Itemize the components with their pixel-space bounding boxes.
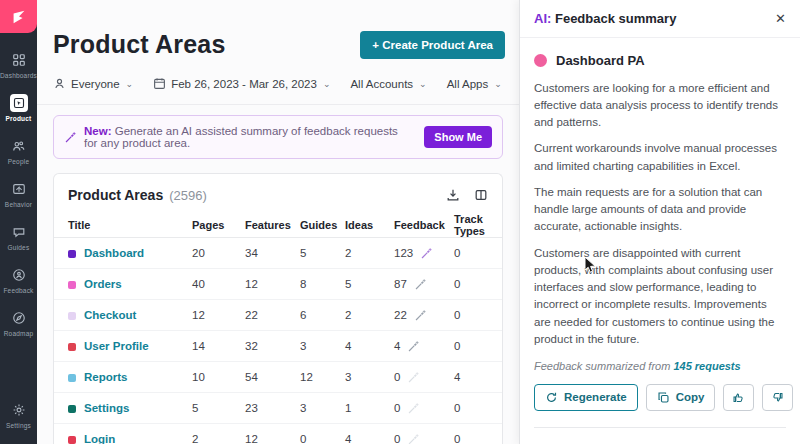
product-area-link[interactable]: Dashboard <box>68 247 192 259</box>
feedback-cell: 0 <box>394 402 454 415</box>
table-row[interactable]: Reports 10 54 12 3 0 4 <box>54 362 502 393</box>
product-area-link[interactable]: Settings <box>68 402 192 414</box>
download-icon[interactable] <box>446 188 460 202</box>
apps-filter[interactable]: All Apps⌄ <box>447 78 502 90</box>
copy-button[interactable]: Copy <box>646 384 716 411</box>
panel-body: Dashboard PA Customers are looking for a… <box>520 38 800 444</box>
sidebar: Dashboards Product People Behavior Guide… <box>0 0 37 444</box>
chevron-down-icon: ⌄ <box>126 79 134 89</box>
create-product-area-button[interactable]: + Create Product Area <box>360 31 505 59</box>
sidebar-item-dashboards[interactable]: Dashboards <box>0 45 37 86</box>
ai-summary-wand-icon[interactable] <box>407 433 420 444</box>
column-header-guides[interactable]: Guides <box>300 219 345 231</box>
sidebar-item-settings[interactable]: Settings <box>0 395 37 436</box>
column-header-feedback[interactable]: Feedback <box>394 219 454 231</box>
column-header-ideas[interactable]: Ideas <box>345 219 394 231</box>
feedback-cell: 123 <box>394 247 454 260</box>
ai-summary-wand-icon[interactable] <box>414 309 427 322</box>
filter-bar: Everyone⌄ Feb 26, 2023 - Mar 26, 2023⌄ A… <box>37 73 519 105</box>
product-area-link[interactable]: User Profile <box>68 340 192 352</box>
sidebar-item-label: Dashboards <box>0 72 37 79</box>
copy-icon <box>657 391 670 404</box>
magic-wand-icon <box>64 131 77 144</box>
table-row[interactable]: Settings 5 23 3 1 0 0 <box>54 393 502 424</box>
product-area-link[interactable]: Reports <box>68 371 192 383</box>
product-area-color-chip <box>68 343 76 351</box>
ai-summary-wand-icon[interactable] <box>414 278 427 291</box>
calendar-icon <box>153 77 166 90</box>
thumbs-down-button[interactable] <box>762 384 793 411</box>
sidebar-item-label: People <box>8 158 29 165</box>
table-row[interactable]: Login 2 12 0 4 0 0 <box>54 424 502 444</box>
feedback-value: 87 <box>394 278 407 290</box>
table-row[interactable]: Checkout 12 22 6 2 22 0 <box>54 300 502 331</box>
app-window: Dashboards Product People Behavior Guide… <box>0 0 800 444</box>
sidebar-item-label: Product <box>6 115 32 122</box>
sidebar-item-guides[interactable]: Guides <box>0 217 37 258</box>
table-actions <box>446 188 488 202</box>
ai-summary-wand-icon[interactable] <box>420 247 433 260</box>
ai-summary-wand-icon[interactable] <box>407 402 420 415</box>
banner-tag: New: <box>84 125 111 137</box>
product-area-color-chip <box>68 436 76 444</box>
regenerate-button[interactable]: Regenerate <box>534 384 638 411</box>
table-card-header: Product Areas (2596) <box>54 174 502 212</box>
pages-value: 2 <box>192 433 245 444</box>
product-areas-table-card: Product Areas (2596) Title Pages Feature… <box>53 173 503 444</box>
segment-filter[interactable]: Everyone⌄ <box>53 77 133 90</box>
track-types-value: 0 <box>454 309 506 321</box>
requests-link[interactable]: 145 requests <box>673 360 740 372</box>
sidebar-item-product[interactable]: Product <box>0 88 37 129</box>
column-header-title[interactable]: Title <box>68 219 192 231</box>
column-header-track-types[interactable]: Track Types <box>454 213 506 237</box>
guides-value: 3 <box>300 402 345 414</box>
ideas-value: 1 <box>345 402 394 414</box>
date-range-filter[interactable]: Feb 26, 2023 - Mar 26, 2023⌄ <box>153 77 330 90</box>
pages-value: 5 <box>192 402 245 414</box>
summary-paragraph: The main requests are for a solution tha… <box>534 184 786 236</box>
summary-note-text: Feedback summarized from <box>534 360 670 372</box>
ai-summary-wand-icon[interactable] <box>407 371 420 384</box>
pendo-logo[interactable] <box>0 0 37 33</box>
sidebar-item-people[interactable]: People <box>0 131 37 172</box>
date-range-value: Feb 26, 2023 - Mar 26, 2023 <box>171 78 317 90</box>
accounts-filter-value: All Accounts <box>350 78 413 90</box>
feedback-cell: 0 <box>394 371 454 384</box>
features-value: 23 <box>245 402 300 414</box>
column-header-pages[interactable]: Pages <box>192 219 245 231</box>
close-icon[interactable]: ✕ <box>775 12 786 25</box>
panel-header: AI: Feedback summary ✕ <box>520 0 800 38</box>
ai-summary-wand-icon[interactable] <box>407 340 420 353</box>
thumbs-up-button[interactable] <box>723 384 754 411</box>
table-row[interactable]: User Profile 14 32 3 4 4 0 <box>54 331 502 362</box>
sidebar-item-roadmap[interactable]: Roadmap <box>0 303 37 344</box>
feedback-cell: 0 <box>394 433 454 444</box>
thumbs-down-icon <box>771 391 784 404</box>
subject-name: Dashboard PA <box>556 51 645 71</box>
product-area-link[interactable]: Login <box>68 433 192 444</box>
chevron-down-icon: ⌄ <box>419 79 427 89</box>
behavior-icon <box>10 180 28 198</box>
subject-color-dot <box>534 54 547 67</box>
product-area-link[interactable]: Checkout <box>68 309 192 321</box>
manage-columns-icon[interactable] <box>474 188 488 202</box>
sidebar-item-label: Guides <box>8 244 30 251</box>
track-types-value: 0 <box>454 402 506 414</box>
track-types-value: 0 <box>454 247 506 259</box>
panel-title: AI: Feedback summary <box>534 11 676 26</box>
chevron-down-icon: ⌄ <box>494 79 502 89</box>
thumbs-up-icon <box>732 391 745 404</box>
product-area-link[interactable]: Orders <box>68 278 192 290</box>
copy-label: Copy <box>676 391 705 403</box>
accounts-filter[interactable]: All Accounts⌄ <box>350 78 426 90</box>
roadmap-icon <box>10 309 28 327</box>
sidebar-item-label: Feedback <box>3 287 33 294</box>
product-area-color-chip <box>68 374 76 382</box>
sidebar-item-behavior[interactable]: Behavior <box>0 174 37 215</box>
sidebar-item-feedback[interactable]: Feedback <box>0 260 37 301</box>
table-row[interactable]: Orders 40 12 8 5 87 0 <box>54 269 502 300</box>
show-me-button[interactable]: Show Me <box>424 126 492 148</box>
column-header-features[interactable]: Features <box>245 219 300 231</box>
features-value: 54 <box>245 371 300 383</box>
table-row[interactable]: Dashboard 20 34 5 2 123 0 <box>54 238 502 269</box>
